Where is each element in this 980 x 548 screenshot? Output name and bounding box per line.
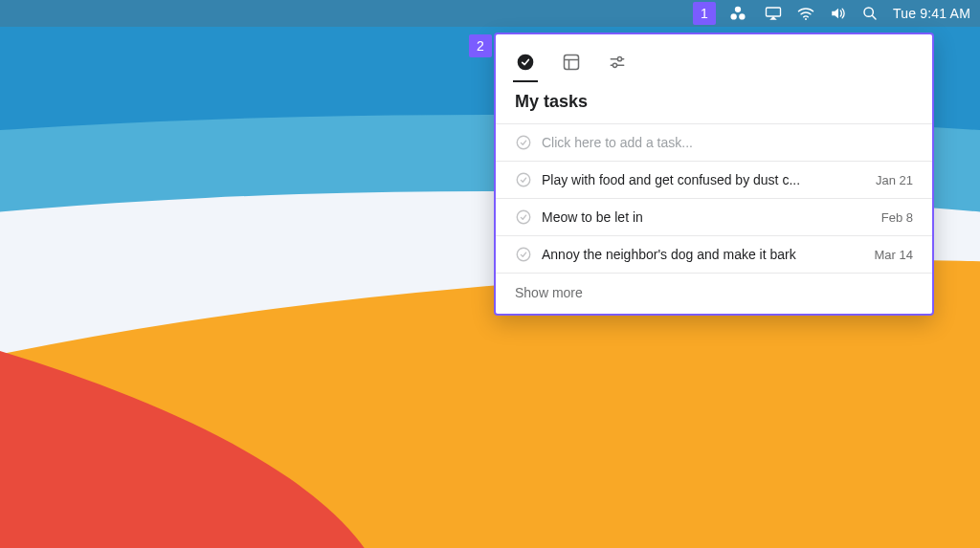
check-circle-icon [515,134,532,151]
wifi-icon[interactable] [797,7,814,20]
task-title: Meow to be let in [542,209,872,225]
svg-rect-8 [565,55,579,70]
spotlight-search-icon[interactable] [862,6,878,21]
tab-settings[interactable] [607,48,628,77]
svg-point-14 [612,63,616,67]
task-date: Jan 21 [876,173,913,187]
task-list: Click here to add a task... Play with fo… [496,123,932,274]
tab-tasks[interactable] [515,48,536,77]
svg-rect-3 [766,8,780,16]
menubar-clock[interactable]: Tue 9:41 AM [893,6,970,21]
svg-point-12 [617,57,621,61]
svg-line-6 [872,15,876,19]
task-title: Annoy the neighbor's dog and make it bar… [542,247,865,262]
asana-tasks-panel: My tasks Click here to add a task... Pla… [494,33,934,316]
check-circle-icon[interactable] [515,171,532,188]
tab-projects[interactable] [561,48,582,77]
check-circle-icon[interactable] [515,246,532,263]
asana-menubar-icon[interactable] [726,2,749,25]
task-row[interactable]: Meow to be let in Feb 8 [496,199,932,236]
airplay-icon[interactable] [765,6,782,21]
show-more-button[interactable]: Show more [496,274,932,314]
svg-point-2 [739,13,745,19]
task-date: Feb 8 [881,210,913,225]
task-row[interactable]: Annoy the neighbor's dog and make it bar… [496,236,932,274]
task-title: Play with food and get confused by dust … [542,172,866,187]
macos-menubar: Tue 9:41 AM [0,0,980,27]
check-circle-icon[interactable] [515,208,532,226]
volume-icon[interactable] [830,6,847,21]
svg-point-1 [730,13,736,19]
annotation-badge-2: 2 [469,34,492,57]
svg-point-16 [517,173,530,186]
svg-point-4 [805,18,807,20]
svg-point-18 [517,248,530,261]
task-row[interactable]: Play with food and get confused by dust … [496,162,932,199]
svg-point-17 [517,210,530,224]
annotation-badge-1: 1 [693,2,716,25]
panel-title: My tasks [496,82,932,123]
add-task-placeholder: Click here to add a task... [542,135,913,150]
svg-point-7 [518,55,534,71]
panel-tabs [496,34,932,82]
svg-point-0 [735,7,741,12]
task-date: Mar 14 [875,248,913,262]
add-task-row[interactable]: Click here to add a task... [496,124,932,162]
svg-point-15 [517,136,530,149]
